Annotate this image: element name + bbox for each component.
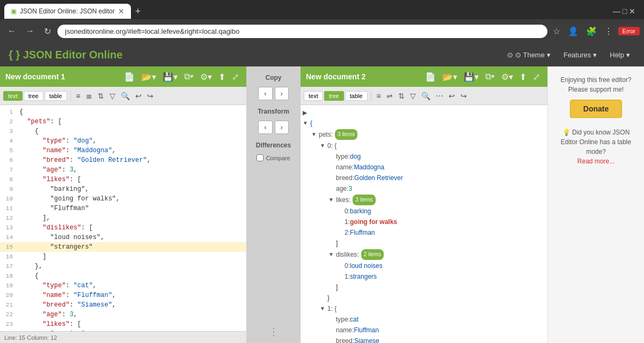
code-line-16: 16 ] (0, 252, 246, 262)
right-expand-icon[interactable]: ⤢ (531, 71, 542, 83)
tree-item-18: type : cat (301, 314, 547, 325)
theme-button[interactable]: ⊙ ⊙ Theme ▾ (502, 49, 556, 61)
tree-value: { (310, 118, 312, 128)
right-more-icon[interactable]: ⋯ (434, 91, 445, 101)
left-mode-table[interactable]: table (45, 91, 67, 101)
line-number: 16 (0, 252, 17, 262)
left-toolbar: text tree table ≡ ≣ ⇅ ▽ 🔍 ↩ ↪ (0, 87, 246, 105)
tree-item-4: name : Maddogna (301, 162, 547, 173)
more-icon[interactable]: ⋮ (269, 326, 279, 338)
tree-item-12: ▼dislikes : 2 items (301, 249, 547, 260)
right-sort-icon[interactable]: ⇅ (396, 91, 407, 101)
tab-close-icon[interactable]: ✕ (118, 7, 125, 16)
code-line-17: 17 }, (0, 262, 246, 271)
tree-arrow-icon[interactable]: ▼ (328, 250, 336, 259)
right-search-icon[interactable]: 🔍 (419, 91, 433, 101)
save-file-icon[interactable]: 💾▾ (160, 71, 180, 83)
did-you-know-section: 💡 Did you know JSON Editor Online has a … (554, 128, 638, 166)
new-tab-button[interactable]: + (131, 6, 145, 17)
address-bar[interactable] (57, 25, 547, 38)
redo-icon[interactable]: ↪ (145, 91, 156, 101)
features-button[interactable]: Features ▾ (558, 49, 602, 61)
profile-icon[interactable]: 👤 (566, 24, 581, 39)
tree-arrow-icon[interactable]: ▼ (328, 195, 336, 205)
right-filter-icon[interactable]: ▽ (408, 91, 418, 101)
right-format-icon[interactable]: ≡ (375, 91, 383, 101)
tree-item-16: } (301, 293, 547, 303)
tree-item-9: 1 : going for walks (301, 217, 547, 227)
right-open-file-icon[interactable]: 📂▾ (440, 71, 459, 83)
copy-right-button[interactable]: › (275, 87, 289, 100)
right-toolbar-sep-1 (371, 91, 371, 101)
window-controls: — □ ✕ (609, 7, 640, 16)
line-content: "loud noises", (17, 233, 246, 242)
main-content: New document 1 📄 📂▾ 💾▾ ⧉▾ ⚙▾ ⬆ ⤢ text tr… (0, 66, 644, 343)
menu-icon[interactable]: ⋮ (602, 24, 615, 39)
right-save-file-icon[interactable]: 💾▾ (462, 71, 481, 83)
code-line-5: 5 "name": "Maddogna", (0, 146, 246, 155)
left-mode-tree[interactable]: tree (24, 91, 43, 101)
transform-right-button[interactable]: › (275, 121, 289, 134)
tree-close-bracket: ] (336, 282, 338, 292)
tree-key: 0 (345, 206, 348, 216)
right-settings-icon[interactable]: ⚙▾ (499, 71, 515, 83)
bookmark-icon[interactable]: ☆ (551, 24, 562, 39)
line-number: 12 (0, 213, 17, 223)
left-panel-title: New document 1 (5, 72, 65, 81)
tree-colon: : (357, 250, 358, 259)
filter-icon[interactable]: ▽ (107, 91, 118, 101)
code-line-7: 7 "age": 3, (0, 165, 246, 175)
forward-button[interactable]: → (23, 24, 38, 38)
right-compact-icon[interactable]: ⇌ (384, 91, 395, 101)
tree-key: breed (336, 173, 353, 183)
code-line-20: 20 "name": "Fluffman", (0, 290, 246, 300)
tree-arrow-icon[interactable]: ▼ (320, 304, 327, 314)
right-mode-tree[interactable]: tree (324, 91, 344, 101)
right-share-icon[interactable]: ⬆ (517, 71, 529, 83)
copy-panel-icon[interactable]: ⧉▾ (182, 71, 196, 83)
back-button[interactable]: ← (4, 24, 19, 38)
new-file-icon[interactable]: 📄 (122, 71, 137, 83)
read-more-link[interactable]: Read more... (577, 158, 614, 165)
copy-left-button[interactable]: ‹ (258, 87, 272, 100)
extensions-icon[interactable]: 🧩 (584, 24, 599, 39)
format-icon[interactable]: ≡ (74, 91, 83, 101)
tree-value: Fluffman (354, 325, 378, 335)
transform-btn-row: ‹ › (258, 121, 289, 134)
left-mode-text[interactable]: text (3, 91, 23, 101)
reload-button[interactable]: ↻ (41, 24, 54, 39)
compact-icon[interactable]: ≣ (84, 91, 94, 101)
search-icon[interactable]: 🔍 (119, 91, 132, 101)
right-mode-table[interactable]: table (345, 91, 368, 101)
expand-icon[interactable]: ⤢ (230, 71, 241, 83)
line-content: "barking", (17, 184, 246, 194)
code-editor[interactable]: 1{2 "pets": [3 {4 "type": "dog",5 "name"… (0, 105, 246, 331)
compare-checkbox[interactable] (257, 154, 264, 161)
right-copy-panel-icon[interactable]: ⧉▾ (483, 71, 497, 83)
tree-arrow-icon[interactable]: ▼ (311, 130, 319, 139)
line-number: 22 (0, 310, 17, 319)
open-file-icon[interactable]: 📂▾ (139, 71, 158, 83)
right-mode-text[interactable]: text (304, 91, 323, 101)
help-button[interactable]: Help ▾ (604, 49, 635, 61)
tree-view[interactable]: ▶▼{▼pets : 3 items▼0 : {type : dogname :… (301, 105, 547, 343)
right-redo-icon[interactable]: ↪ (458, 91, 469, 101)
right-new-file-icon[interactable]: 📄 (423, 71, 438, 83)
line-content: "age": 3, (17, 310, 246, 319)
sort-icon[interactable]: ⇅ (96, 91, 106, 101)
undo-icon[interactable]: ↩ (133, 91, 144, 101)
transform-left-button[interactable]: ‹ (258, 121, 272, 134)
tree-arrow-icon[interactable]: ▼ (320, 141, 327, 151)
right-undo-icon[interactable]: ↩ (447, 91, 457, 101)
tree-value: strangers (350, 272, 377, 281)
tree-expand-row[interactable]: ▶ (301, 107, 547, 118)
code-line-6: 6 "breed": "Golden Retriever", (0, 155, 246, 165)
tree-arrow-icon[interactable]: ▼ (303, 118, 310, 128)
settings-icon[interactable]: ⚙▾ (198, 71, 214, 83)
line-content: "age": 3, (17, 165, 246, 175)
tree-item-1: ▼pets : 3 items (301, 129, 547, 140)
tree-value: Siamese (354, 336, 379, 343)
browser-tab[interactable]: ▣ JSON Editor Online: JSON editor ✕ (4, 4, 131, 19)
donate-button[interactable]: Donate (570, 100, 622, 118)
share-icon[interactable]: ⬆ (216, 71, 228, 83)
